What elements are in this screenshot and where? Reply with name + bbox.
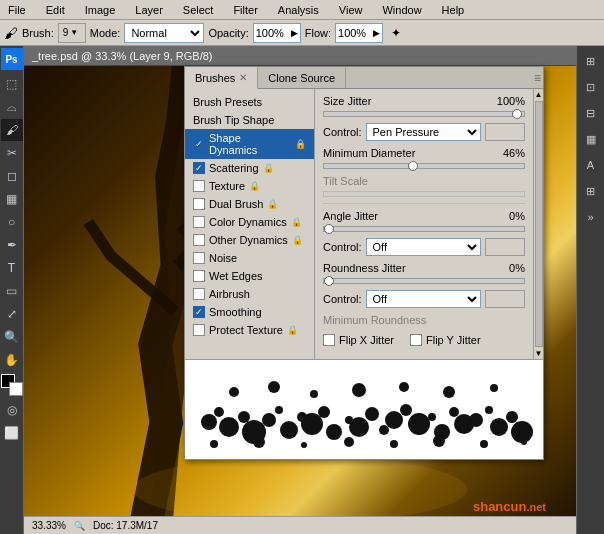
panel-menu-icon[interactable]: ≡ — [534, 71, 541, 85]
check-dual-brush[interactable] — [193, 198, 205, 210]
nav-airbrush[interactable]: Airbrush — [185, 285, 314, 303]
menu-image[interactable]: Image — [81, 4, 120, 16]
right-btn-3[interactable]: ⊟ — [579, 101, 603, 125]
marquee-tool[interactable]: ⬚ — [1, 73, 23, 95]
check-noise[interactable] — [193, 252, 205, 264]
check-scattering[interactable]: ✓ — [193, 162, 205, 174]
brush-size-btn[interactable]: 9 ▼ — [58, 23, 86, 43]
opacity-label: Opacity: — [208, 27, 248, 39]
svg-point-38 — [399, 382, 409, 392]
opacity-arrow[interactable]: ▶ — [289, 28, 300, 38]
brush-tool[interactable]: 🖌 — [1, 119, 23, 141]
size-jitter-slider[interactable] — [323, 111, 525, 117]
control-size-select[interactable]: Pen Pressure Off Fade Pen Tilt — [366, 123, 481, 141]
doc-info: Doc: 17.3M/17 — [93, 520, 158, 531]
opacity-input[interactable] — [254, 27, 289, 39]
quick-mask-tool[interactable]: ◎ — [1, 399, 23, 421]
scroll-thumb[interactable] — [535, 101, 543, 347]
right-btn-6[interactable]: ⊞ — [579, 179, 603, 203]
nav-noise[interactable]: Noise — [185, 249, 314, 267]
menu-file[interactable]: File — [4, 4, 30, 16]
zoom-tool[interactable]: 🔍 — [1, 326, 23, 348]
roundness-jitter-slider[interactable] — [323, 278, 525, 284]
check-wet-edges[interactable] — [193, 270, 205, 282]
nav-scattering[interactable]: ✓ Scattering 🔒 — [185, 159, 314, 177]
text-tool[interactable]: T — [1, 257, 23, 279]
nav-brush-presets[interactable]: Brush Presets — [185, 93, 314, 111]
nav-brush-tip-shape[interactable]: Brush Tip Shape — [185, 111, 314, 129]
control-angle-input[interactable] — [485, 238, 525, 256]
menu-filter[interactable]: Filter — [229, 4, 261, 16]
brush-tool-icon[interactable]: 🖌 — [4, 25, 18, 41]
gradient-tool[interactable]: ▦ — [1, 188, 23, 210]
menu-select[interactable]: Select — [179, 4, 218, 16]
nav-other-dynamics[interactable]: Other Dynamics 🔒 — [185, 231, 314, 249]
brush-size-control[interactable]: 9 ▼ — [58, 23, 86, 43]
shape-tool[interactable]: ▭ — [1, 280, 23, 302]
flip-x-check[interactable] — [323, 334, 335, 346]
check-color-dynamics[interactable] — [193, 216, 205, 228]
control-roundness-input[interactable] — [485, 290, 525, 308]
eraser-tool[interactable]: ◻ — [1, 165, 23, 187]
menu-window[interactable]: Window — [378, 4, 425, 16]
min-diameter-thumb[interactable] — [408, 161, 418, 171]
mode-select[interactable]: Normal — [124, 23, 204, 43]
screen-mode-tool[interactable]: ⬜ — [1, 422, 23, 444]
nav-protect-texture[interactable]: Protect Texture 🔒 — [185, 321, 314, 339]
right-btn-5[interactable]: A — [579, 153, 603, 177]
check-smoothing[interactable]: ✓ — [193, 306, 205, 318]
menu-layer[interactable]: Layer — [131, 4, 167, 16]
nav-color-dynamics[interactable]: Color Dynamics 🔒 — [185, 213, 314, 231]
hand-tool[interactable]: ✋ — [1, 349, 23, 371]
clone-tool[interactable]: ✂ — [1, 142, 23, 164]
pen-tool[interactable]: ✒ — [1, 234, 23, 256]
flow-arrow[interactable]: ▶ — [371, 28, 382, 38]
check-protect-texture[interactable] — [193, 324, 205, 336]
right-btn-2[interactable]: ⊡ — [579, 75, 603, 99]
brush-size-label: Brush: — [22, 27, 54, 39]
panel-scrollbar[interactable]: ▲ ▼ — [533, 89, 543, 359]
menu-edit[interactable]: Edit — [42, 4, 69, 16]
flip-y-check[interactable] — [410, 334, 422, 346]
check-other-dynamics[interactable] — [193, 234, 205, 246]
lasso-tool[interactable]: ⌓ — [1, 96, 23, 118]
color-swatch[interactable] — [1, 374, 23, 396]
flow-input[interactable] — [336, 27, 371, 39]
angle-jitter-slider[interactable] — [323, 226, 525, 232]
opacity-control[interactable]: ▶ — [253, 23, 301, 43]
watermark-text: shancun — [473, 499, 526, 514]
menu-analysis[interactable]: Analysis — [274, 4, 323, 16]
lock-dual-brush: 🔒 — [267, 199, 278, 209]
nav-wet-edges[interactable]: Wet Edges — [185, 267, 314, 285]
control-roundness-select[interactable]: Off Pen Pressure — [366, 290, 481, 308]
menu-help[interactable]: Help — [438, 4, 469, 16]
control-angle-select[interactable]: Off Pen Pressure Fade — [366, 238, 481, 256]
tab-brushes-close[interactable]: ✕ — [239, 72, 247, 83]
control-size-input[interactable] — [485, 123, 525, 141]
right-btn-4[interactable]: ▦ — [579, 127, 603, 151]
flow-control[interactable]: ▶ — [335, 23, 383, 43]
size-jitter-thumb[interactable] — [512, 109, 522, 119]
min-diameter-slider[interactable] — [323, 163, 525, 169]
check-shape-dynamics[interactable]: ✓ — [193, 138, 205, 150]
right-btn-1[interactable]: ⊞ — [579, 49, 603, 73]
nav-texture[interactable]: Texture 🔒 — [185, 177, 314, 195]
expand-btn[interactable]: » — [579, 205, 603, 229]
check-airbrush[interactable] — [193, 288, 205, 300]
check-texture[interactable] — [193, 180, 205, 192]
angle-jitter-thumb[interactable] — [324, 224, 334, 234]
tab-brushes[interactable]: Brushes ✕ — [185, 67, 258, 89]
tab-clone-source[interactable]: Clone Source — [258, 67, 346, 88]
menu-view[interactable]: View — [335, 4, 367, 16]
airbrush-icon[interactable]: ✦ — [391, 26, 401, 40]
scroll-down-arrow[interactable]: ▼ — [535, 349, 543, 358]
nav-shape-dynamics[interactable]: ✓ Shape Dynamics 🔒 — [185, 129, 314, 159]
nav-smoothing[interactable]: ✓ Smoothing — [185, 303, 314, 321]
nav-dual-brush[interactable]: Dual Brush 🔒 — [185, 195, 314, 213]
dodge-tool[interactable]: ○ — [1, 211, 23, 233]
scroll-up-arrow[interactable]: ▲ — [535, 90, 543, 99]
svg-point-33 — [511, 421, 533, 443]
path-tool[interactable]: ⤢ — [1, 303, 23, 325]
panel-tabs: Brushes ✕ Clone Source ≡ — [185, 67, 543, 89]
roundness-jitter-thumb[interactable] — [324, 276, 334, 286]
